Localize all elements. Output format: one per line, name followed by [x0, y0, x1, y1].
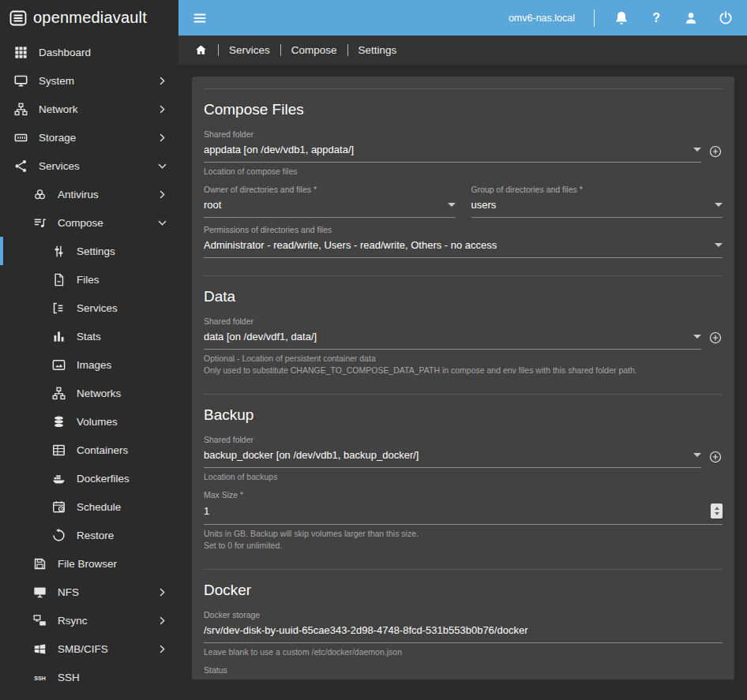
- chevron-right-icon: [156, 75, 168, 87]
- field-permissions: Permissions of directories and files Adm…: [204, 225, 723, 258]
- sidebar-item-compose-dockerfiles[interactable]: Dockerfiles: [0, 464, 178, 492]
- sidebar-item-label: Stats: [77, 331, 101, 343]
- breadcrumb-settings[interactable]: Settings: [358, 44, 397, 56]
- field-backup-shared-folder: Shared folder backup_docker [on /dev/vdb…: [204, 435, 723, 483]
- sidebar-item-services[interactable]: Services: [0, 152, 178, 180]
- sidebar-item-compose-files[interactable]: Files: [0, 265, 178, 294]
- openmediavault-logo-icon: [9, 9, 28, 28]
- field-docker-status: Status Installed and running: [204, 665, 723, 679]
- sidebar-item-label: NFS: [58, 586, 79, 598]
- breadcrumb-compose[interactable]: Compose: [291, 44, 337, 56]
- calendar-clock-icon: [51, 500, 66, 515]
- add-shared-folder-button[interactable]: [708, 331, 723, 345]
- sidebar-item-compose[interactable]: Compose: [0, 208, 178, 237]
- permissions-select[interactable]: Administrator - read/write, Users - read…: [204, 238, 723, 258]
- add-shared-folder-button[interactable]: [708, 450, 723, 464]
- sidebar-item-label: Restore: [77, 530, 114, 541]
- field-value: appdata [on /dev/vdb1, appdata/]: [204, 144, 354, 155]
- sidebar-item-label: System: [39, 75, 74, 87]
- caret-down-icon: [448, 203, 456, 207]
- sidebar-item-label: Settings: [77, 245, 115, 257]
- sidebar-item-antivirus[interactable]: Antivirus: [0, 180, 178, 208]
- backup-shared-folder-select[interactable]: backup_docker [on /dev/vdb1, backup_dock…: [204, 448, 701, 468]
- playlist-icon: [32, 215, 47, 230]
- field-value: 1: [204, 505, 209, 517]
- image-icon: [51, 357, 66, 372]
- sidebar-item-compose-schedule[interactable]: Schedule: [0, 492, 178, 521]
- database-icon: [51, 414, 66, 429]
- compose-shared-folder-select[interactable]: appdata [on /dev/vdb1, appdata/]: [204, 143, 701, 163]
- field-max-size: Max Size * 1 Units in GB. Backup will sk…: [204, 490, 723, 552]
- section-docker: Docker Docker storage /srv/dev-disk-by-u…: [204, 569, 723, 679]
- sidebar-item-rsync[interactable]: Rsync: [0, 606, 178, 634]
- hostname-text: omv6-nas.local: [509, 13, 575, 24]
- field-hint: Location of backups: [204, 471, 723, 483]
- user-menu-button[interactable]: [683, 10, 699, 26]
- field-label: Docker storage: [204, 610, 723, 620]
- sidebar-item-label: Images: [77, 359, 111, 371]
- number-spinner[interactable]: [711, 503, 723, 518]
- computers-sync-icon: [32, 613, 47, 628]
- add-shared-folder-button[interactable]: [708, 144, 723, 159]
- section-backup: Backup Shared folder backup_docker [on /…: [204, 394, 723, 569]
- sidebar-item-compose-services[interactable]: Services: [0, 294, 178, 322]
- menu-toggle-button[interactable]: [192, 10, 208, 26]
- sidebar-item-compose-settings[interactable]: Settings: [0, 237, 178, 265]
- breadcrumb-services[interactable]: Services: [229, 44, 270, 56]
- ssh-text-icon: [32, 670, 47, 685]
- chevron-down-icon: [156, 160, 168, 172]
- sidebar-item-label: SMB/CIFS: [58, 643, 108, 655]
- sidebar-item-nfs[interactable]: NFS: [0, 578, 178, 606]
- owner-select[interactable]: root: [204, 198, 456, 218]
- sidebar-item-compose-restore[interactable]: Restore: [0, 521, 178, 549]
- list-icon: [51, 301, 66, 316]
- power-icon: [718, 10, 734, 26]
- sidebar-item-storage[interactable]: Storage: [0, 123, 178, 152]
- sidebar-item-network[interactable]: Network: [0, 95, 178, 123]
- spinner-up-icon: [715, 507, 719, 510]
- breadcrumb-separator: [218, 44, 219, 56]
- chevron-down-icon: [156, 217, 168, 229]
- help-button[interactable]: [648, 10, 664, 26]
- sidebar-item-system[interactable]: System: [0, 66, 178, 95]
- notifications-button[interactable]: [614, 10, 629, 26]
- sidebar-item-label: Networks: [77, 387, 121, 399]
- sidebar-item-smb-cifs[interactable]: SMB/CIFS: [0, 634, 178, 663]
- breadcrumb-separator: [347, 44, 348, 56]
- field-docker-storage: Docker storage /srv/dev-disk-by-uuid-65c…: [204, 610, 723, 658]
- field-compose-shared-folder: Shared folder appdata [on /dev/vdb1, app…: [204, 129, 723, 178]
- section-title: Data: [204, 288, 723, 305]
- section-title: Compose Files: [204, 101, 723, 118]
- docker-storage-input[interactable]: /srv/dev-disk-by-uuid-65cae343-2d98-4748…: [204, 623, 723, 643]
- settings-form-card: Compose Files Shared folder appdata [on …: [192, 77, 734, 679]
- sidebar-item-compose-stats[interactable]: Stats: [0, 322, 178, 350]
- sidebar-item-dashboard[interactable]: Dashboard: [0, 38, 178, 66]
- sidebar-item-file-browser[interactable]: File Browser: [0, 549, 178, 578]
- field-label: Shared folder: [204, 316, 723, 326]
- sidebar-item-label: File Browser: [58, 558, 117, 570]
- sidebar-item-ssh[interactable]: SSH: [0, 663, 178, 691]
- sidebar-item-compose-networks[interactable]: Networks: [0, 379, 178, 407]
- sidebar-item-label: Storage: [39, 132, 76, 144]
- sidebar-item-compose-containers[interactable]: Containers: [0, 436, 178, 464]
- data-shared-folder-select[interactable]: data [on /dev/vdf1, data/]: [204, 330, 701, 350]
- caret-down-icon: [715, 203, 723, 207]
- field-label: Shared folder: [204, 129, 723, 139]
- sidebar-item-label: Antivirus: [58, 189, 99, 200]
- help-icon: [648, 10, 664, 26]
- power-button[interactable]: [718, 10, 734, 26]
- user-icon: [683, 10, 699, 26]
- field-hint: Optional - Location of persistent contai…: [204, 353, 723, 365]
- sidebar-item-compose-images[interactable]: Images: [0, 350, 178, 379]
- group-select[interactable]: users: [471, 198, 723, 218]
- topbar: omv6-nas.local: [178, 0, 747, 36]
- home-icon[interactable]: [194, 43, 208, 57]
- max-size-input[interactable]: 1: [204, 503, 723, 525]
- field-hint: Units in GB. Backup will skip volumes la…: [204, 528, 723, 540]
- sidebar-item-compose-volumes[interactable]: Volumes: [0, 407, 178, 436]
- monitor-icon: [13, 73, 28, 88]
- app-logo[interactable]: openmediavault: [0, 0, 178, 36]
- field-label: Shared folder: [204, 435, 723, 444]
- chevron-right-icon: [156, 132, 168, 144]
- sliders-icon: [51, 244, 66, 259]
